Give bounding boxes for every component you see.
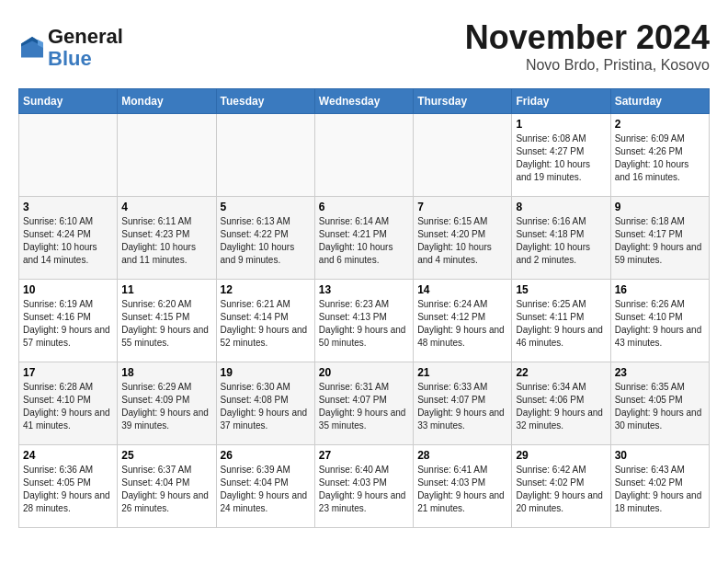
day-number: 4 [121,201,211,213]
calendar-cell: 28Sunrise: 6:41 AM Sunset: 4:03 PM Dayli… [414,445,512,528]
day-number: 7 [417,201,507,213]
calendar-cell: 23Sunrise: 6:35 AM Sunset: 4:05 PM Dayli… [610,362,709,445]
day-number: 21 [417,366,507,379]
calendar-cell: 12Sunrise: 6:21 AM Sunset: 4:14 PM Dayli… [216,280,314,362]
day-number: 28 [417,449,507,462]
calendar-cell: 19Sunrise: 6:30 AM Sunset: 4:08 PM Dayli… [216,362,314,445]
day-info: Sunrise: 6:10 AM Sunset: 4:24 PM Dayligh… [23,215,113,267]
day-info: Sunrise: 6:40 AM Sunset: 4:03 PM Dayligh… [319,464,409,515]
calendar-cell: 17Sunrise: 6:28 AM Sunset: 4:10 PM Dayli… [19,362,118,445]
day-info: Sunrise: 6:11 AM Sunset: 4:23 PM Dayligh… [121,215,211,267]
day-info: Sunrise: 6:08 AM Sunset: 4:27 PM Dayligh… [516,132,606,184]
calendar-cell: 22Sunrise: 6:34 AM Sunset: 4:06 PM Dayli… [512,362,610,445]
day-number: 6 [319,201,409,213]
calendar-cell: 20Sunrise: 6:31 AM Sunset: 4:07 PM Dayli… [314,362,413,445]
day-info: Sunrise: 6:36 AM Sunset: 4:05 PM Dayligh… [23,464,113,515]
day-number: 12 [221,283,311,296]
col-header-thursday: Thursday [414,89,512,114]
week-row-4: 24Sunrise: 6:36 AM Sunset: 4:05 PM Dayli… [19,445,710,528]
calendar-cell: 10Sunrise: 6:19 AM Sunset: 4:16 PM Dayli… [19,280,118,362]
calendar-header: SundayMondayTuesdayWednesdayThursdayFrid… [19,89,710,114]
day-info: Sunrise: 6:41 AM Sunset: 4:03 PM Dayligh… [417,464,507,515]
calendar-cell: 18Sunrise: 6:29 AM Sunset: 4:09 PM Dayli… [118,362,216,445]
day-info: Sunrise: 6:14 AM Sunset: 4:21 PM Dayligh… [319,215,409,267]
day-number: 18 [121,366,211,379]
calendar-cell: 15Sunrise: 6:25 AM Sunset: 4:11 PM Dayli… [512,280,610,362]
col-header-saturday: Saturday [610,89,709,114]
day-info: Sunrise: 6:24 AM Sunset: 4:12 PM Dayligh… [417,298,507,350]
calendar-cell: 16Sunrise: 6:26 AM Sunset: 4:10 PM Dayli… [610,280,709,362]
calendar-cell: 25Sunrise: 6:37 AM Sunset: 4:04 PM Dayli… [118,445,216,528]
week-row-2: 10Sunrise: 6:19 AM Sunset: 4:16 PM Dayli… [19,280,710,362]
day-number: 10 [23,283,113,296]
day-number: 15 [516,283,606,296]
title-block: November 2024 Novo Brdo, Pristina, Kosov… [465,18,710,74]
day-number: 25 [121,449,211,462]
logo: General Blue [18,26,123,70]
day-number: 17 [23,366,113,379]
day-number: 13 [319,283,409,296]
calendar-cell [118,114,216,197]
calendar-cell [19,114,118,197]
page-subtitle: Novo Brdo, Pristina, Kosovo [465,57,710,74]
week-row-1: 3Sunrise: 6:10 AM Sunset: 4:24 PM Daylig… [19,197,710,280]
day-info: Sunrise: 6:15 AM Sunset: 4:20 PM Dayligh… [417,215,507,267]
col-header-tuesday: Tuesday [216,89,314,114]
calendar-cell: 7Sunrise: 6:15 AM Sunset: 4:20 PM Daylig… [414,197,512,280]
day-number: 30 [615,449,705,462]
day-info: Sunrise: 6:13 AM Sunset: 4:22 PM Dayligh… [221,215,311,267]
calendar-cell [314,114,413,197]
day-info: Sunrise: 6:30 AM Sunset: 4:08 PM Dayligh… [221,381,311,432]
day-info: Sunrise: 6:18 AM Sunset: 4:17 PM Dayligh… [615,215,705,267]
day-info: Sunrise: 6:33 AM Sunset: 4:07 PM Dayligh… [417,381,507,432]
calendar-cell: 27Sunrise: 6:40 AM Sunset: 4:03 PM Dayli… [314,445,413,528]
day-number: 3 [23,201,113,213]
day-info: Sunrise: 6:16 AM Sunset: 4:18 PM Dayligh… [516,215,606,267]
day-number: 19 [221,366,311,379]
calendar-cell: 26Sunrise: 6:39 AM Sunset: 4:04 PM Dayli… [216,445,314,528]
calendar-cell: 30Sunrise: 6:43 AM Sunset: 4:02 PM Dayli… [610,445,709,528]
day-info: Sunrise: 6:28 AM Sunset: 4:10 PM Dayligh… [23,381,113,432]
day-info: Sunrise: 6:20 AM Sunset: 4:15 PM Dayligh… [121,298,211,350]
week-row-3: 17Sunrise: 6:28 AM Sunset: 4:10 PM Dayli… [19,362,710,445]
day-number: 22 [516,366,606,379]
day-number: 29 [516,449,606,462]
day-info: Sunrise: 6:39 AM Sunset: 4:04 PM Dayligh… [221,464,311,515]
day-info: Sunrise: 6:34 AM Sunset: 4:06 PM Dayligh… [516,381,606,432]
col-header-monday: Monday [118,89,216,114]
calendar-cell: 5Sunrise: 6:13 AM Sunset: 4:22 PM Daylig… [216,197,314,280]
calendar-cell: 3Sunrise: 6:10 AM Sunset: 4:24 PM Daylig… [19,197,118,280]
logo-line1: General [48,26,123,48]
day-number: 20 [319,366,409,379]
day-info: Sunrise: 6:31 AM Sunset: 4:07 PM Dayligh… [319,381,409,432]
day-number: 27 [319,449,409,462]
day-info: Sunrise: 6:09 AM Sunset: 4:26 PM Dayligh… [615,132,705,184]
day-number: 24 [23,449,113,462]
day-number: 16 [615,283,705,296]
calendar-cell: 6Sunrise: 6:14 AM Sunset: 4:21 PM Daylig… [314,197,413,280]
calendar-body: 1Sunrise: 6:08 AM Sunset: 4:27 PM Daylig… [19,114,710,528]
calendar-cell: 1Sunrise: 6:08 AM Sunset: 4:27 PM Daylig… [512,114,610,197]
logo-icon [18,34,46,62]
calendar-table: SundayMondayTuesdayWednesdayThursdayFrid… [18,88,710,528]
day-number: 23 [615,366,705,379]
day-info: Sunrise: 6:42 AM Sunset: 4:02 PM Dayligh… [516,464,606,515]
calendar-cell [216,114,314,197]
col-header-friday: Friday [512,89,610,114]
day-info: Sunrise: 6:23 AM Sunset: 4:13 PM Dayligh… [319,298,409,350]
calendar-cell: 14Sunrise: 6:24 AM Sunset: 4:12 PM Dayli… [414,280,512,362]
calendar-cell: 11Sunrise: 6:20 AM Sunset: 4:15 PM Dayli… [118,280,216,362]
calendar-cell: 13Sunrise: 6:23 AM Sunset: 4:13 PM Dayli… [314,280,413,362]
calendar-cell: 29Sunrise: 6:42 AM Sunset: 4:02 PM Dayli… [512,445,610,528]
logo-line2: Blue [48,48,123,70]
calendar-cell [414,114,512,197]
day-number: 1 [516,118,606,131]
day-number: 9 [615,201,705,213]
day-number: 11 [121,283,211,296]
col-header-sunday: Sunday [19,89,118,114]
day-info: Sunrise: 6:26 AM Sunset: 4:10 PM Dayligh… [615,298,705,350]
page-title: November 2024 [465,18,710,57]
day-info: Sunrise: 6:19 AM Sunset: 4:16 PM Dayligh… [23,298,113,350]
calendar-cell: 4Sunrise: 6:11 AM Sunset: 4:23 PM Daylig… [118,197,216,280]
calendar-cell: 2Sunrise: 6:09 AM Sunset: 4:26 PM Daylig… [610,114,709,197]
